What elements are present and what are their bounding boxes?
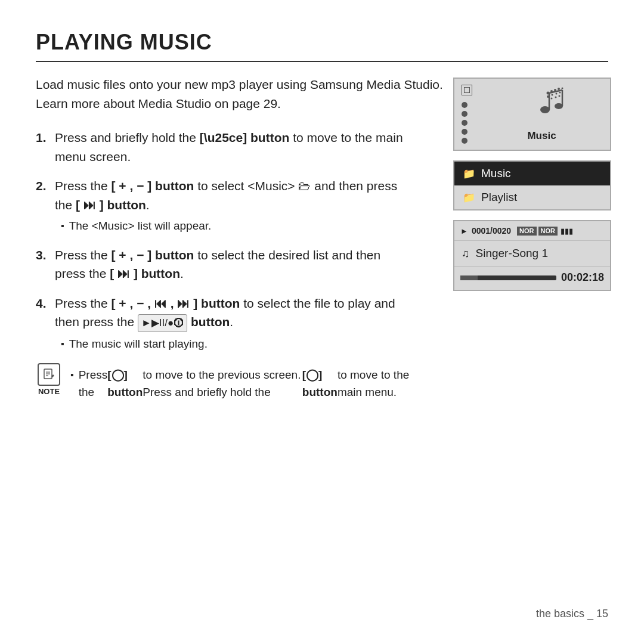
status-badges: NOR NOR ▮▮▮ — [517, 227, 573, 236]
footer-text: the basics _ 15 — [536, 608, 608, 620]
playing-song: ♫ Singer-Song 1 — [454, 241, 610, 267]
song-note-icon: ♫ — [462, 247, 470, 260]
step-2-bullet-1: The <Music> list will appear. — [61, 218, 411, 235]
list-item-music: 📁 Music — [454, 162, 610, 185]
folder-icon-music: 📁 — [463, 168, 475, 180]
step-1-num: 1. — [36, 128, 52, 147]
menu-dot-5 — [462, 138, 467, 144]
panel-main-menu: Music — [453, 78, 611, 151]
menu-dot-2 — [462, 111, 467, 117]
note-label: NOTE — [38, 387, 60, 396]
progress-fill — [460, 275, 478, 280]
menu-dot-1 — [462, 102, 467, 108]
svg-point-14 — [555, 96, 556, 98]
svg-point-10 — [551, 94, 553, 95]
svg-point-8 — [561, 87, 563, 89]
step-4: 4. Press the [ + , − , ⏮ , ⏭ ] button to… — [36, 294, 411, 353]
page-footer: the basics _ 15 — [536, 608, 608, 620]
panel-playing: ► 0001/0020 NOR NOR ▮▮▮ ♫ Singer-Song 1 … — [453, 220, 611, 291]
panel-music-label: Music — [527, 130, 556, 142]
list-item-playlist: 📁 Playlist — [454, 185, 610, 209]
step-1-content: Press and briefly hold the [\u25ce] butt… — [55, 128, 411, 166]
step-2-bullets: The <Music> list will appear. — [61, 218, 411, 235]
note-box: NOTE Press the [◯] button to move to the… — [36, 363, 411, 401]
svg-point-7 — [558, 88, 560, 90]
note-bullets: Press the [◯] button to move to the prev… — [70, 367, 411, 401]
step-3-num: 3. — [36, 246, 52, 265]
panel-list: 📁 Music 📁 Playlist — [453, 160, 611, 210]
step-2: 2. Press the [ + , − ] button to select … — [36, 177, 411, 235]
progress-bar — [460, 275, 556, 280]
badge-nor-2: NOR — [538, 227, 558, 236]
svg-point-15 — [558, 95, 560, 97]
music-note-area: Music — [481, 87, 603, 142]
page-title: PLAYING MUSIC — [36, 30, 608, 55]
track-counter: 0001/0020 — [472, 226, 511, 236]
step-3: 3. Press the [ + , − ] button to select … — [36, 246, 411, 283]
menu-dots — [462, 85, 472, 144]
svg-point-16 — [540, 106, 550, 113]
list-music-label: Music — [481, 167, 511, 180]
step-3-content: Press the [ + , − ] button to select the… — [55, 246, 411, 283]
menu-icon — [462, 85, 472, 95]
note-bullet-1: Press the [◯] button to move to the prev… — [70, 367, 411, 401]
title-divider — [36, 61, 608, 62]
folder-icon-playlist: 📁 — [463, 191, 475, 204]
time-display: 00:02:18 — [561, 271, 604, 284]
menu-dot-3 — [462, 120, 467, 126]
music-svg — [518, 87, 566, 123]
menu-dot-4 — [462, 129, 467, 135]
battery-icon: ▮▮▮ — [561, 227, 573, 236]
svg-point-11 — [555, 92, 557, 94]
badge-nor-1: NOR — [517, 227, 536, 236]
step-1: 1. Press and briefly hold the [\u25ce] b… — [36, 128, 411, 166]
ui-panels: Music 📁 Music 📁 Playlist ► 0001/0020 NOR… — [453, 78, 611, 291]
play-icon: ► — [460, 227, 468, 236]
step-4-num: 4. — [36, 294, 52, 313]
playing-top-bar: ► 0001/0020 NOR NOR ▮▮▮ — [454, 221, 610, 241]
step-2-content: Press the [ + , − ] button to select <Mu… — [55, 177, 411, 235]
step-2-num: 2. — [36, 177, 52, 196]
step-4-bullets: The music will start playing. — [61, 336, 411, 353]
list-playlist-label: Playlist — [481, 191, 517, 204]
note-icon — [38, 363, 60, 386]
svg-point-12 — [559, 91, 561, 93]
step-4-content: Press the [ + , − , ⏮ , ⏭ ] button to se… — [55, 294, 411, 353]
step-4-bullet-1: The music will start playing. — [61, 336, 411, 353]
song-name: Singer-Song 1 — [476, 247, 548, 260]
note-icon-wrap: NOTE — [36, 363, 62, 396]
steps-list: 1. Press and briefly hold the [\u25ce] b… — [36, 128, 411, 352]
play-button-image: ►▶II/●⏼ — [138, 314, 187, 332]
svg-point-13 — [550, 97, 552, 99]
playing-progress: 00:02:18 — [454, 267, 610, 290]
pencil-svg — [42, 368, 55, 381]
music-dots-image — [518, 87, 566, 129]
